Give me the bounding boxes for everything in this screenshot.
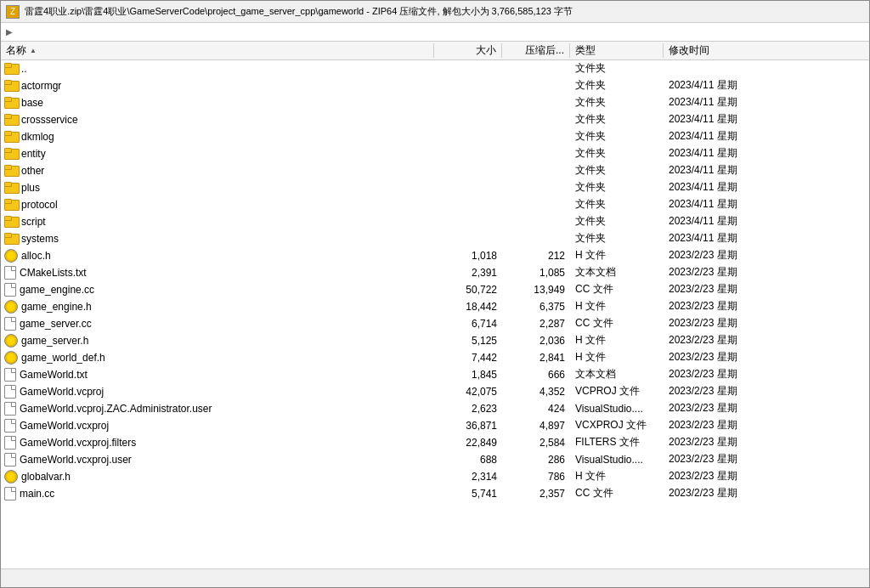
file-modified: 2023/4/11 星期: [664, 95, 869, 110]
file-name-cell: CMakeLists.txt: [1, 266, 434, 280]
table-row[interactable]: GameWorld.vcxproj.filters22,8492,584FILT…: [1, 434, 869, 451]
file-name-cell: game_engine.cc: [1, 283, 434, 297]
table-row[interactable]: globalvar.h2,314786H 文件2023/2/23 星期: [1, 468, 869, 485]
table-row[interactable]: game_server.h5,1252,036H 文件2023/2/23 星期: [1, 332, 869, 349]
file-size: 18,442: [434, 301, 502, 313]
file-modified: 2023/2/23 星期: [664, 333, 869, 348]
file-type: VCPROJ 文件: [570, 384, 664, 399]
file-size: 36,871: [434, 420, 502, 432]
col-header-name[interactable]: 名称 ▲: [1, 43, 434, 58]
file-name-text: protocol: [21, 199, 58, 211]
table-row[interactable]: systems文件夹2023/4/11 星期: [1, 230, 869, 247]
file-compressed-size: 212: [502, 250, 570, 262]
file-name-text: game_world_def.h: [21, 352, 105, 364]
table-row[interactable]: entity文件夹2023/4/11 星期: [1, 145, 869, 162]
file-compressed-size: 2,584: [502, 437, 570, 449]
file-modified: 2023/2/23 星期: [664, 350, 869, 365]
file-name-cell: crossservice: [1, 114, 434, 126]
file-name-text: GameWorld.vcproj: [20, 386, 104, 398]
file-name-text: globalvar.h: [21, 471, 71, 483]
table-row[interactable]: protocol文件夹2023/4/11 星期: [1, 196, 869, 213]
table-row[interactable]: game_engine.cc50,72213,949CC 文件2023/2/23…: [1, 281, 869, 298]
file-name-cell: GameWorld.vcproj.ZAC.Administrator.user: [1, 402, 434, 416]
file-compressed-size: 2,357: [502, 488, 570, 500]
file-compressed-size: 2,036: [502, 335, 570, 347]
file-name-text: game_engine.cc: [20, 284, 94, 296]
table-row[interactable]: GameWorld.vcxproj.user688286VisualStudio…: [1, 451, 869, 468]
file-type: CC 文件: [570, 282, 664, 297]
file-compressed-size: 1,085: [502, 267, 570, 279]
file-type: VCXPROJ 文件: [570, 418, 664, 433]
col-header-type[interactable]: 类型: [570, 43, 664, 58]
file-size: 50,722: [434, 284, 502, 296]
file-list[interactable]: ..文件夹actormgr文件夹2023/4/11 星期base文件夹2023/…: [1, 60, 869, 568]
table-row[interactable]: other文件夹2023/4/11 星期: [1, 162, 869, 179]
table-row[interactable]: plus文件夹2023/4/11 星期: [1, 179, 869, 196]
file-name-text: main.cc: [20, 488, 54, 500]
file-icon: [4, 436, 16, 449]
app-icon: Z: [6, 5, 20, 19]
file-type: 文件夹: [570, 197, 664, 212]
table-row[interactable]: dkmlog文件夹2023/4/11 星期: [1, 128, 869, 145]
file-icon: [4, 402, 16, 416]
file-modified: 2023/4/11 星期: [664, 231, 869, 246]
table-row[interactable]: ..文件夹: [1, 60, 869, 77]
path-arrow: ▶: [6, 27, 13, 37]
file-name-text: game_server.h: [21, 335, 88, 347]
table-row[interactable]: base文件夹2023/4/11 星期: [1, 94, 869, 111]
file-icon: [4, 453, 16, 466]
col-header-size[interactable]: 大小: [434, 43, 502, 58]
file-modified: 2023/4/11 星期: [664, 197, 869, 212]
table-row[interactable]: main.cc5,7412,357CC 文件2023/2/23 星期: [1, 485, 869, 502]
file-name-text: other: [21, 165, 44, 177]
folder-icon: [4, 165, 18, 177]
file-name-cell: alloc.h: [1, 249, 434, 263]
table-row[interactable]: game_engine.h18,4426,375H 文件2023/2/23 星期: [1, 298, 869, 315]
file-modified: 2023/4/11 星期: [664, 214, 869, 229]
file-name-text: actormgr: [21, 80, 61, 92]
file-type: H 文件: [570, 469, 664, 483]
table-row[interactable]: alloc.h1,018212H 文件2023/2/23 星期: [1, 247, 869, 264]
folder-icon: [4, 233, 18, 245]
file-size: 1,845: [434, 369, 502, 381]
file-modified: 2023/2/23 星期: [664, 418, 869, 433]
table-row[interactable]: game_world_def.h7,4422,841H 文件2023/2/23 …: [1, 349, 869, 366]
file-name-text: GameWorld.vcxproj: [20, 420, 109, 432]
title-bar: Z 雷霆4职业.zip\雷霆4职业\GameServerCode\project…: [1, 1, 869, 23]
special-file-icon: [4, 300, 18, 314]
file-name-text: crossservice: [21, 114, 78, 126]
file-size: 5,125: [434, 335, 502, 347]
col-header-compressed[interactable]: 压缩后...: [502, 43, 570, 58]
file-modified: 2023/4/11 星期: [664, 146, 869, 161]
file-icon: [4, 487, 16, 500]
table-row[interactable]: GameWorld.vcproj.ZAC.Administrator.user2…: [1, 400, 869, 417]
file-type: H 文件: [570, 350, 664, 365]
folder-icon: [4, 148, 18, 160]
file-name-cell: GameWorld.vcxproj.user: [1, 453, 434, 466]
table-row[interactable]: script文件夹2023/4/11 星期: [1, 213, 869, 230]
table-row[interactable]: GameWorld.vcproj42,0754,352VCPROJ 文件2023…: [1, 383, 869, 400]
table-row[interactable]: GameWorld.vcxproj36,8714,897VCXPROJ 文件20…: [1, 417, 869, 434]
file-type: FILTERS 文件: [570, 435, 664, 449]
file-modified: 2023/2/23 星期: [664, 316, 869, 331]
table-row[interactable]: actormgr文件夹2023/4/11 星期: [1, 77, 869, 94]
folder-icon: [4, 182, 18, 194]
file-type: CC 文件: [570, 316, 664, 331]
folder-icon: [4, 114, 18, 126]
col-header-modified[interactable]: 修改时间: [664, 43, 869, 58]
file-type: 文件夹: [570, 61, 664, 76]
folder-icon: [4, 63, 18, 75]
table-row[interactable]: game_server.cc6,7142,287CC 文件2023/2/23 星…: [1, 315, 869, 332]
table-row[interactable]: crossservice文件夹2023/4/11 星期: [1, 111, 869, 128]
special-file-icon: [4, 249, 18, 263]
file-name-cell: game_server.cc: [1, 317, 434, 331]
file-size: 688: [434, 454, 502, 466]
file-size: 2,314: [434, 471, 502, 483]
file-type: H 文件: [570, 333, 664, 348]
file-compressed-size: 424: [502, 403, 570, 415]
file-name-text: systems: [21, 233, 59, 245]
file-type: CC 文件: [570, 486, 664, 500]
file-name-text: base: [21, 97, 43, 109]
table-row[interactable]: CMakeLists.txt2,3911,085文本文档2023/2/23 星期: [1, 264, 869, 281]
table-row[interactable]: GameWorld.txt1,845666文本文档2023/2/23 星期: [1, 366, 869, 383]
